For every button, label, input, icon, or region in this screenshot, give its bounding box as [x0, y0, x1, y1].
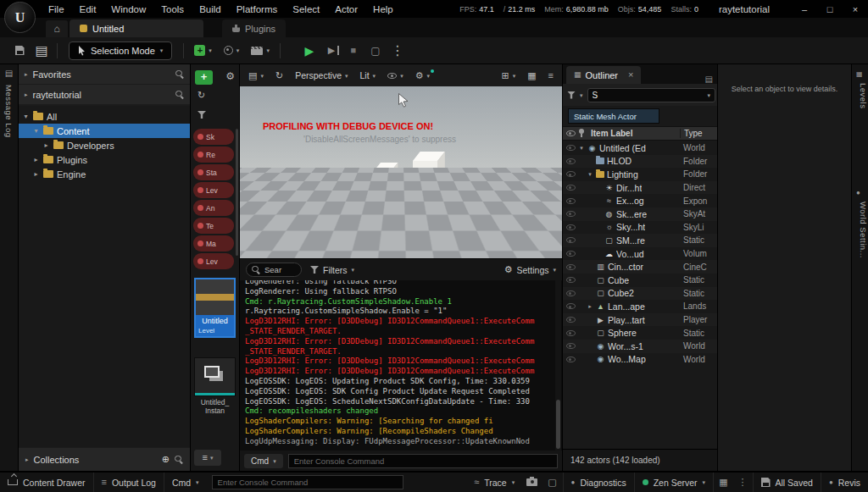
tab-plugins[interactable]: Plugins — [222, 19, 286, 37]
asset-filter-pill[interactable]: Lev — [193, 253, 234, 269]
folder-tree-item-plugins[interactable]: ▸Plugins — [19, 152, 190, 167]
screenshot-button[interactable] — [522, 473, 542, 492]
diagnostics-button[interactable]: Diagnostics — [564, 473, 635, 492]
snap-grid-button[interactable] — [496, 67, 520, 84]
output-log-button[interactable]: Output Log — [94, 473, 164, 492]
outliner-row[interactable]: ☁Vo...udVolum — [563, 247, 717, 261]
home-button[interactable] — [46, 20, 68, 37]
asset-filter-pill[interactable]: Lev — [193, 182, 234, 198]
search-icon[interactable] — [175, 91, 184, 99]
more-options-button[interactable] — [733, 473, 754, 492]
console-command-input[interactable] — [288, 454, 558, 468]
scrollbar-thumb[interactable] — [556, 400, 560, 449]
show-flags-button[interactable] — [382, 67, 409, 84]
visibility-eye-icon[interactable] — [566, 158, 576, 164]
folder-tree-item-all[interactable]: ▾All — [19, 109, 190, 124]
tree-caret-icon[interactable]: ▸ — [42, 141, 50, 149]
menu-item-actor[interactable]: Actor — [327, 2, 365, 17]
all-saved-button[interactable]: All Saved — [754, 473, 821, 492]
panel-options-icon[interactable] — [705, 75, 713, 84]
visibility-eye-icon[interactable] — [566, 290, 576, 296]
asset-filter-pill[interactable]: Te — [193, 218, 234, 234]
row-caret-icon[interactable]: ▾ — [578, 145, 585, 152]
outliner-row[interactable]: ◉Wor...s-1World — [563, 340, 717, 353]
favorites-header[interactable]: Favorites — [19, 64, 190, 84]
viewport-settings-button[interactable] — [410, 67, 435, 84]
asset-filter-pill[interactable]: Sk — [193, 129, 234, 145]
filter-funnel-icon[interactable] — [198, 111, 206, 119]
blueprints-button[interactable] — [218, 41, 246, 61]
visibility-eye-icon[interactable] — [566, 171, 576, 177]
asset-filter-pill[interactable]: An — [193, 200, 234, 216]
asset-filter-pill[interactable]: Re — [193, 146, 234, 163]
log-search-box[interactable]: Sear — [246, 263, 302, 277]
menu-item-platforms[interactable]: Platforms — [229, 2, 286, 17]
add-collection-icon[interactable] — [162, 455, 170, 464]
transform-space-button[interactable] — [270, 67, 288, 84]
log-filters-dropdown[interactable]: Filters — [310, 265, 354, 275]
visibility-eye-icon[interactable] — [566, 145, 576, 151]
scene-red-quad[interactable] — [441, 193, 476, 202]
levels-tab[interactable]: Levels — [852, 83, 868, 108]
outliner-row[interactable]: ▸▲Lan...apeLands — [563, 300, 717, 313]
row-caret-icon[interactable]: ▸ — [587, 303, 593, 310]
import-content-button[interactable] — [31, 41, 53, 61]
visibility-eye-icon[interactable] — [566, 224, 576, 230]
cmd-dropdown[interactable]: Cmd — [244, 454, 283, 468]
outliner-row[interactable]: ▢SM...reStatic — [563, 234, 717, 247]
outliner-search-box[interactable] — [587, 88, 716, 102]
asset-filter-pill[interactable]: Ma — [193, 235, 234, 252]
outliner-row[interactable]: HLODFolder — [563, 155, 717, 169]
view-mode-dropdown[interactable]: Lit — [355, 67, 381, 84]
search-icon[interactable] — [175, 456, 183, 464]
import-icon[interactable] — [198, 91, 205, 100]
menu-item-select[interactable]: Select — [285, 2, 327, 17]
revision-control-button[interactable]: Revis — [821, 473, 868, 492]
close-icon[interactable] — [628, 70, 633, 80]
cinematics-button[interactable] — [245, 41, 275, 61]
visibility-eye-icon[interactable] — [566, 330, 576, 336]
tree-caret-icon[interactable]: ▸ — [32, 156, 40, 163]
visibility-eye-icon[interactable] — [566, 198, 576, 204]
statusbar-cmd-dropdown[interactable]: Cmd — [164, 473, 207, 492]
asset-filter-pill[interactable]: Sta — [193, 164, 234, 180]
play-button[interactable] — [298, 41, 320, 61]
scene-red-ellipse[interactable] — [287, 180, 326, 191]
visibility-eye-icon[interactable] — [566, 357, 576, 362]
outliner-row[interactable]: ▢CubeStatic — [563, 274, 717, 287]
outliner-row[interactable]: ▾◉Untitled (EdWorld — [563, 141, 717, 155]
tab-untitled[interactable]: Untitled — [70, 19, 203, 37]
outliner-row[interactable]: ▢Cube2Static — [563, 287, 717, 301]
launch-button[interactable] — [364, 41, 387, 61]
message-log-tab[interactable]: Message Log — [4, 85, 14, 138]
scene-cube[interactable] — [413, 149, 449, 191]
menu-item-window[interactable]: Window — [103, 2, 153, 17]
log-scrollbar[interactable] — [555, 280, 561, 451]
visibility-column-header[interactable] — [563, 130, 578, 136]
scene-red-quad[interactable] — [344, 202, 390, 217]
outliner-row[interactable]: ≈Ex...ogExpon — [563, 194, 717, 207]
scene-cube[interactable] — [376, 161, 401, 190]
asset-tile-untitled-instance[interactable]: Untitled_Instan — [194, 357, 236, 415]
outliner-row[interactable]: ▢SphereStatic — [563, 326, 717, 340]
visibility-eye-icon[interactable] — [566, 343, 576, 349]
selection-mode-dropdown[interactable]: Selection Mode — [69, 41, 172, 60]
insights-button[interactable] — [714, 473, 732, 492]
folder-tree-item-developers[interactable]: ▸Developers — [19, 138, 190, 152]
close-button[interactable]: × — [843, 0, 868, 18]
asset-view-options-button[interactable] — [194, 450, 221, 466]
pin-column-header[interactable] — [578, 129, 589, 139]
type-column-header[interactable]: Type — [680, 129, 717, 138]
maximize-button[interactable]: □ — [817, 0, 843, 18]
search-icon[interactable] — [175, 70, 184, 79]
outliner-row[interactable]: ☼Sky...htSkyLi — [563, 221, 717, 235]
trace-dropdown[interactable]: Trace — [466, 473, 522, 492]
folder-tree-item-engine[interactable]: ▸Engine — [19, 167, 190, 181]
tree-caret-icon[interactable]: ▾ — [32, 127, 40, 135]
outliner-row[interactable]: ▾LightingFolder — [563, 168, 717, 181]
tab-outliner[interactable]: Outliner — [566, 66, 641, 84]
outliner-row[interactable]: ☀Dir...htDirect — [563, 181, 717, 195]
visibility-eye-icon[interactable] — [566, 185, 576, 191]
stop-button[interactable] — [342, 41, 364, 61]
minimize-button[interactable]: – — [792, 0, 817, 18]
